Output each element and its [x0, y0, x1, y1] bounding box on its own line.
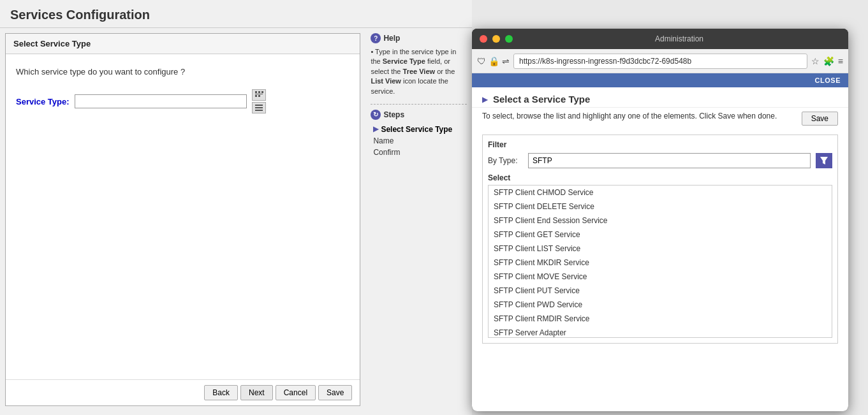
service-list-item[interactable]: SFTP Client DELETE Service [489, 200, 832, 214]
svg-rect-0 [255, 91, 257, 93]
modal-subtitle: To select, browse the list and highlight… [482, 112, 802, 120]
filter-by-type-label: By Type: [488, 156, 523, 165]
help-title: ? Help [371, 33, 467, 43]
service-list-item[interactable]: SFTP Client CHMOD Service [489, 186, 832, 200]
service-list-item[interactable]: SFTP Client LIST Service [489, 242, 832, 256]
steps-title: ↻ Steps [371, 110, 467, 120]
modal-section-title: Select a Service Type [493, 94, 590, 105]
step-item-select-service-type: ▶ Select Service Type [371, 124, 467, 135]
svg-rect-2 [261, 91, 263, 93]
step-arrow: ▶ [373, 125, 378, 133]
modal-section-header: ▶ Select a Service Type [472, 87, 848, 108]
filter-by-type-input[interactable] [528, 153, 811, 168]
service-list-item[interactable]: SFTP Client PWD Service [489, 298, 832, 312]
next-button[interactable]: Next [240, 385, 273, 400]
service-list-item[interactable]: SFTP Client MKDIR Service [489, 256, 832, 270]
help-section: ? Help • Type in the service type in the… [371, 33, 467, 96]
svg-rect-4 [255, 95, 257, 97]
traffic-light-red[interactable] [480, 35, 487, 43]
svg-rect-3 [255, 94, 263, 94]
filter-apply-button[interactable] [816, 153, 832, 168]
page-title: Services Configuration [0, 0, 472, 28]
service-type-label: Service Type: [16, 97, 70, 106]
steps-icon: ↻ [371, 110, 381, 120]
main-content: Select Service Type Which service type d… [0, 28, 472, 411]
shield-icon: 🛡 [477, 56, 486, 66]
wizard-icon-buttons [252, 89, 266, 113]
service-list[interactable]: SFTP Client CHMOD ServiceSFTP Client DEL… [488, 185, 832, 338]
filter-title: Filter [488, 140, 832, 149]
svg-rect-7 [255, 107, 263, 108]
service-list-item[interactable]: SFTP Client PUT Service [489, 284, 832, 298]
modal-title-arrow: ▶ [482, 95, 488, 104]
modal-save-button[interactable]: Save [802, 112, 838, 126]
select-label: Select [488, 173, 832, 182]
filter-box: Filter By Type: Select SFTP Client CHMOD… [482, 135, 838, 344]
service-list-item[interactable]: SFTP Client End Session Service [489, 214, 832, 228]
wizard-footer: Back Next Cancel Save [6, 379, 360, 405]
toolbar-icons: ☆ 🧩 ≡ [811, 56, 843, 66]
right-panel: ? Help • Type in the service type in the… [365, 28, 472, 411]
svg-rect-1 [258, 91, 260, 93]
close-button[interactable]: CLOSE [815, 76, 841, 84]
wizard-field: Service Type: [16, 89, 349, 113]
svg-marker-9 [820, 157, 828, 164]
filter-row: By Type: [488, 153, 832, 168]
bookmark-icon[interactable]: ☆ [811, 56, 820, 66]
main-page: Services Configuration Select Service Ty… [0, 0, 472, 415]
browser-titlebar: Administration [472, 29, 848, 49]
steps-section: ↻ Steps ▶ Select Service Type Name Confi… [371, 104, 467, 158]
step-item-name: Name [371, 135, 467, 147]
menu-icon[interactable]: ≡ [838, 56, 843, 66]
browser-toolbar: 🛡 🔒 ⇌ https://k8s-ingressn-ingressn-f9d3… [472, 49, 848, 73]
svg-rect-8 [255, 110, 263, 111]
address-text: https://k8s-ingressn-ingressn-f9d3dcbc72… [519, 57, 691, 66]
traffic-light-green[interactable] [505, 35, 513, 43]
step-item-confirm: Confirm [371, 147, 467, 158]
service-list-item[interactable]: SFTP Client MOVE Service [489, 270, 832, 284]
extensions-icon[interactable]: 🧩 [823, 56, 834, 66]
service-list-item[interactable]: SFTP Server Adapter [489, 326, 832, 338]
service-list-item[interactable]: SFTP Client RMDIR Service [489, 312, 832, 326]
wizard-body: Which service type do you want to config… [6, 54, 360, 379]
address-bar[interactable]: https://k8s-ingressn-ingressn-f9d3dcbc72… [513, 54, 807, 69]
service-type-input[interactable] [75, 94, 247, 108]
wizard-header: Select Service Type [6, 34, 360, 54]
browser-window: Administration 🛡 🔒 ⇌ https://k8s-ingress… [472, 29, 848, 411]
connection-icon: ⇌ [502, 56, 510, 66]
list-view-button[interactable] [252, 102, 266, 113]
cancel-button[interactable]: Cancel [276, 385, 316, 400]
browser-window-title: Administration [518, 34, 841, 43]
svg-rect-6 [255, 105, 263, 106]
service-list-item[interactable]: SFTP Client GET Service [489, 228, 832, 242]
wizard-question: Which service type do you want to config… [16, 67, 349, 76]
wizard-panel: Select Service Type Which service type d… [5, 33, 360, 406]
browser-nav-icons: 🛡 🔒 ⇌ [477, 56, 510, 66]
help-icon: ? [371, 33, 381, 43]
modal-content: ▶ Select a Service Type To select, brows… [472, 87, 848, 411]
save-button[interactable]: Save [318, 385, 352, 400]
tree-view-button[interactable] [252, 89, 266, 101]
svg-rect-5 [258, 95, 260, 97]
close-bar: CLOSE [472, 73, 848, 87]
back-button[interactable]: Back [204, 385, 238, 400]
lock-icon: 🔒 [489, 56, 499, 66]
help-text: • Type in the service type in the Servic… [371, 47, 467, 96]
traffic-light-yellow[interactable] [492, 35, 500, 43]
